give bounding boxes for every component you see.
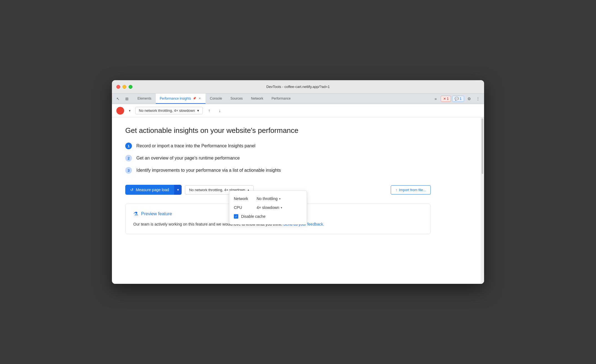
measure-button-group: ↺ Measure page load ▾ (125, 185, 182, 195)
window-title: DevTools - coffee-cart.netlify.app/?ad=1 (266, 85, 330, 89)
cpu-chevron: ▾ (281, 206, 282, 209)
steps-list: 1 Record or import a trace into the Perf… (125, 143, 431, 174)
settings-icon[interactable]: ⚙ (465, 95, 473, 103)
tab-elements[interactable]: Elements (134, 93, 155, 104)
tab-performance[interactable]: Performance (268, 93, 295, 104)
tab-sources[interactable]: Sources (227, 93, 247, 104)
step-item-2: 2 Get an overview of your page's runtime… (125, 155, 431, 161)
step-item-3: 3 Identify improvements to your performa… (125, 167, 431, 174)
step-number-3: 3 (125, 167, 132, 174)
devtools-window: DevTools - coffee-cart.netlify.app/?ad=1… (112, 80, 484, 284)
flask-icon: ⚗ (133, 211, 138, 217)
step-text-3: Identify improvements to your performanc… (136, 168, 281, 173)
errors-badge[interactable]: ✕ 1 (441, 96, 451, 102)
tab-network[interactable]: Network (247, 93, 267, 104)
toolbar-throttle-select[interactable]: No network throttling, 4× slowdown ▾ (135, 107, 203, 114)
page-title: Get actionable insights on your website'… (125, 126, 431, 135)
upload-icon[interactable]: ↑ (205, 107, 213, 115)
cursor-icon[interactable]: ↖ (114, 95, 122, 103)
toolbar-throttle-label: No network throttling, 4× slowdown (139, 108, 195, 113)
step-number-2: 2 (125, 155, 132, 161)
errors-count: 1 (447, 97, 449, 101)
maximize-button[interactable] (129, 85, 132, 89)
step-text-2: Get an overview of your page's runtime p… (136, 156, 240, 161)
measure-page-load-button[interactable]: ↺ Measure page load (125, 185, 174, 195)
tabbar-right: » ✕ 1 💬 1 ⚙ ⋮ (432, 93, 482, 104)
network-select[interactable]: No throttling ▾ (257, 196, 281, 201)
record-button[interactable] (116, 107, 124, 115)
titlebar: DevTools - coffee-cart.netlify.app/?ad=1 (112, 80, 484, 93)
pin-icon: 📌 (193, 97, 196, 100)
warning-icon: 💬 (455, 97, 459, 101)
record-dropdown-arrow[interactable]: ▾ (126, 107, 133, 114)
throttle-dropdown-popup: Network No throttling ▾ CPU 4× slowdown … (229, 191, 307, 224)
download-icon[interactable]: ↓ (216, 107, 224, 115)
network-chevron: ▾ (279, 197, 281, 200)
measure-btn-label: Measure page load (136, 188, 169, 192)
tab-sources-label: Sources (231, 97, 243, 100)
cpu-label: CPU (234, 205, 253, 210)
tab-elements-label: Elements (137, 97, 151, 100)
cpu-select[interactable]: 4× slowdown ▾ (257, 205, 282, 210)
measure-dropdown-arrow[interactable]: ▾ (174, 185, 182, 195)
refresh-icon: ↺ (130, 188, 134, 192)
tab-console-label: Console (210, 97, 222, 100)
step-item-1: 1 Record or import a trace into the Perf… (125, 143, 431, 149)
tab-network-label: Network (251, 97, 263, 100)
minimize-button[interactable] (122, 85, 126, 89)
main-content: Get actionable insights on your website'… (112, 117, 484, 284)
warnings-badge[interactable]: 💬 1 (452, 96, 464, 102)
import-icon: ↑ (395, 188, 397, 192)
import-btn-label: Import from file... (399, 188, 426, 192)
network-label: Network (234, 196, 253, 201)
disable-cache-checkbox[interactable]: ✓ (234, 214, 238, 219)
step-number-1: 1 (125, 143, 132, 149)
toolbar: ▾ No network throttling, 4× slowdown ▾ ↑… (112, 104, 484, 117)
overflow-icon[interactable]: » (432, 95, 440, 103)
network-row: Network No throttling ▾ (234, 194, 302, 203)
disable-cache-row: ✓ Disable cache (234, 212, 302, 221)
scrollbar-thumb[interactable] (482, 118, 483, 174)
import-from-file-button[interactable]: ↑ Import from file... (391, 185, 431, 194)
step-text-1: Record or import a trace into the Perfor… (136, 143, 256, 148)
scrollbar[interactable] (481, 117, 484, 284)
tab-console[interactable]: Console (206, 93, 226, 104)
tab-performance-insights-label: Performance insights (160, 97, 191, 100)
warnings-count: 1 (460, 97, 462, 101)
toolbar-throttle-chevron: ▾ (197, 108, 199, 113)
traffic-lights (116, 85, 132, 89)
layers-icon[interactable]: ⊞ (123, 95, 131, 103)
disable-cache-label: Disable cache (241, 214, 266, 219)
tabbar-left-icons: ↖ ⊞ (114, 93, 131, 104)
tab-performance-insights[interactable]: Performance insights 📌 ✕ (156, 93, 206, 104)
cpu-value: 4× slowdown (257, 205, 279, 210)
close-button[interactable] (116, 85, 120, 89)
tab-performance-label: Performance (272, 97, 291, 100)
error-icon: ✕ (443, 97, 446, 101)
tabbar: ↖ ⊞ Elements Performance insights 📌 ✕ Co… (112, 93, 484, 104)
more-options-icon[interactable]: ⋮ (474, 95, 482, 103)
tab-close-icon[interactable]: ✕ (198, 97, 202, 100)
cpu-row: CPU 4× slowdown ▾ (234, 203, 302, 212)
preview-feature-label: Preview feature (141, 211, 172, 216)
network-value: No throttling (257, 196, 277, 201)
